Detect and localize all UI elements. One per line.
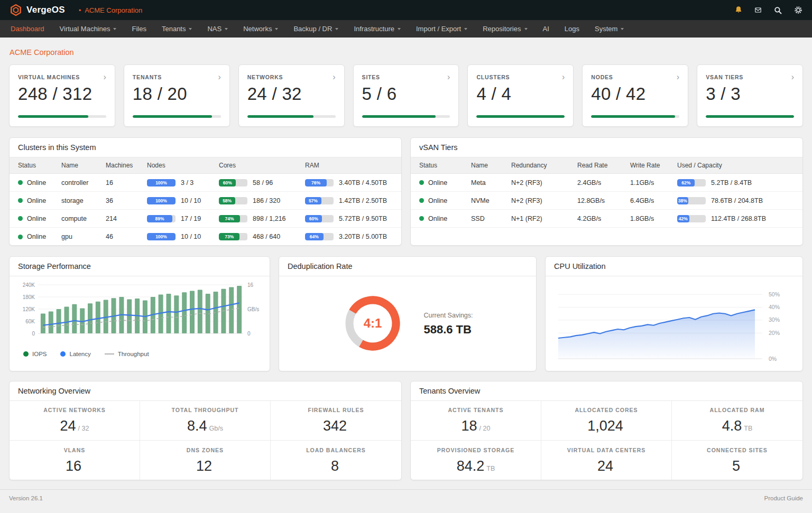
stat-active-tenants: ACTIVE TENANTS18/ 20 <box>411 401 541 441</box>
progress-bar <box>706 115 794 118</box>
nav-virtual-machines[interactable]: Virtual Machines <box>60 25 117 33</box>
card-nodes[interactable]: NODES› 40 / 42 <box>582 64 688 127</box>
nav-backup-dr[interactable]: Backup / DR <box>293 25 338 33</box>
nav-networks[interactable]: Networks <box>243 25 278 33</box>
version-text: Version 26.1 <box>9 495 43 501</box>
networking-overview-panel: Networking Overview ACTIVE NETWORKS24/ 3… <box>9 381 402 480</box>
table-row[interactable]: Online controller 16 100%3 / 3 60%58 / 9… <box>10 174 401 192</box>
cores-value: 898 / 1,216 <box>253 215 286 222</box>
nodes-value: 10 / 10 <box>181 233 201 240</box>
cores-value: 58 / 96 <box>253 179 273 186</box>
vergeos-logo[interactable]: VergeOS <box>10 4 65 16</box>
col-machines: Machines <box>106 162 147 169</box>
card-label: NETWORKS <box>247 74 283 80</box>
chevron-right-icon[interactable]: › <box>562 74 565 80</box>
nav-tenants[interactable]: Tenants <box>162 25 192 33</box>
table-row[interactable]: Online NVMe N+2 (RF3) 12.8GB/s 6.4GB/s 3… <box>411 192 802 210</box>
legend-dot-icon <box>60 351 66 357</box>
bell-icon[interactable] <box>734 6 743 14</box>
deduplication-panel: Deduplication Rate 4:1 Current Savings: … <box>279 256 537 371</box>
card-clusters[interactable]: CLUSTERS› 4 / 4 <box>467 64 574 127</box>
chevron-right-icon[interactable]: › <box>104 74 106 80</box>
chevron-right-icon[interactable]: › <box>791 74 794 80</box>
stat-provisioned-storage: PROVISIONED STORAGE84.2TB <box>411 441 541 480</box>
svg-text:4:1: 4:1 <box>364 316 382 330</box>
card-value: 5 / 6 <box>362 84 450 104</box>
card-label: NODES <box>591 74 613 80</box>
table-row[interactable]: Online compute 214 89%17 / 19 74%898 / 1… <box>10 210 401 228</box>
chevron-right-icon[interactable]: › <box>218 74 220 80</box>
nav-files[interactable]: Files <box>132 25 146 33</box>
nav-nas[interactable]: NAS <box>207 25 228 33</box>
tier-redundancy: N+1 (RF2) <box>511 215 577 222</box>
savings-block: Current Savings: 588.6 TB <box>423 312 473 337</box>
card-label: SITES <box>362 74 380 80</box>
cpu-utilization-chart: 50%40%30%20%0% <box>551 282 797 367</box>
ram-progress: 57% <box>305 197 321 204</box>
nav-label: System <box>595 25 617 33</box>
main-nav: Dashboard Virtual Machines Files Tenants… <box>0 20 812 38</box>
cores-progress: 58% <box>219 197 235 204</box>
cores-value: 468 / 640 <box>253 233 280 240</box>
ram-progress: 76% <box>305 179 327 186</box>
footer: Version 26.1 Product Guide <box>0 489 812 508</box>
col-write-rate: Write Rate <box>630 162 677 169</box>
col-status: Status <box>419 162 471 169</box>
chevron-right-icon[interactable]: › <box>333 74 335 80</box>
nav-dashboard[interactable]: Dashboard <box>11 25 44 33</box>
nav-ai[interactable]: AI <box>543 25 549 33</box>
ram-value: 5.72TB / 9.50TB <box>339 215 387 222</box>
product-guide-link[interactable]: Product Guide <box>764 495 803 501</box>
nav-system[interactable]: System <box>595 25 624 33</box>
used-progress: 38% <box>677 197 688 204</box>
vsan-tiers-panel: vSAN Tiers Status Name Redundancy Read R… <box>410 137 803 246</box>
topbar-actions <box>734 6 802 15</box>
nav-import-export[interactable]: Import / Export <box>416 25 467 33</box>
cores-progress: 74% <box>219 215 240 222</box>
mail-icon[interactable] <box>754 6 762 14</box>
table-row[interactable]: Online gpu 46 100%10 / 10 73%468 / 640 6… <box>10 228 401 246</box>
card-sites[interactable]: SITES› 5 / 6 <box>353 64 459 127</box>
nav-label: Virtual Machines <box>60 25 110 33</box>
nav-logs[interactable]: Logs <box>565 25 579 33</box>
col-redundancy: Redundancy <box>511 162 577 169</box>
chevron-right-icon[interactable]: › <box>677 74 679 80</box>
gear-icon[interactable] <box>794 6 802 14</box>
search-icon[interactable] <box>773 6 782 15</box>
table-row[interactable]: Online storage 36 100%10 / 10 58%186 / 3… <box>10 192 401 210</box>
progress-bar <box>362 115 450 118</box>
table-row[interactable]: Online SSD N+1 (RF2) 4.2GB/s 1.8GB/s 42%… <box>411 210 802 228</box>
col-nodes: Nodes <box>147 162 219 169</box>
svg-text:0: 0 <box>32 331 35 337</box>
card-vsan-tiers[interactable]: VSAN TIERS› 3 / 3 <box>697 64 803 127</box>
chevron-right-icon[interactable]: › <box>447 74 450 80</box>
table-header: Status Name Redundancy Read Rate Write R… <box>411 157 802 174</box>
svg-text:120K: 120K <box>23 306 35 312</box>
chevron-down-icon <box>113 28 116 30</box>
nav-infrastructure[interactable]: Infrastructure <box>354 25 401 33</box>
nav-label: Infrastructure <box>354 25 394 33</box>
cores-progress: 60% <box>219 179 236 186</box>
chevron-down-icon <box>398 28 401 30</box>
status-text: Online <box>27 233 46 240</box>
chevron-down-icon <box>225 28 228 30</box>
ram-progress: 64% <box>305 233 324 240</box>
chevron-down-icon <box>524 28 528 30</box>
stat-allocated-cores: ALLOCATED CORES1,024 <box>541 401 672 441</box>
table-row[interactable]: Online Meta N+2 (RF3) 2.4GB/s 1.1GB/s 62… <box>411 174 802 192</box>
used-value: 5.2TB / 8.4TB <box>711 179 752 186</box>
tier-write-rate: 6.4GB/s <box>630 197 677 204</box>
stat-allocated-ram: ALLOCATED RAM4.8TB <box>672 401 802 441</box>
tier-write-rate: 1.8GB/s <box>630 215 677 222</box>
cluster-machines: 16 <box>106 179 147 186</box>
cluster-name: controller <box>61 179 106 186</box>
cluster-machines: 46 <box>106 233 147 240</box>
card-virtual-machines[interactable]: VIRTUAL MACHINES› 248 / 312 <box>9 64 115 127</box>
panel-title: vSAN Tiers <box>411 138 802 157</box>
nav-repositories[interactable]: Repositories <box>483 25 527 33</box>
card-networks[interactable]: NETWORKS› 24 / 32 <box>238 64 345 127</box>
tenant-context[interactable]: •ACME Corporation <box>79 6 142 14</box>
card-tenants[interactable]: TENANTS› 18 / 20 <box>124 64 230 127</box>
stat-virtual-data-centers: VIRTUAL DATA CENTERS24 <box>541 441 672 480</box>
nodes-progress: 100% <box>147 233 176 240</box>
